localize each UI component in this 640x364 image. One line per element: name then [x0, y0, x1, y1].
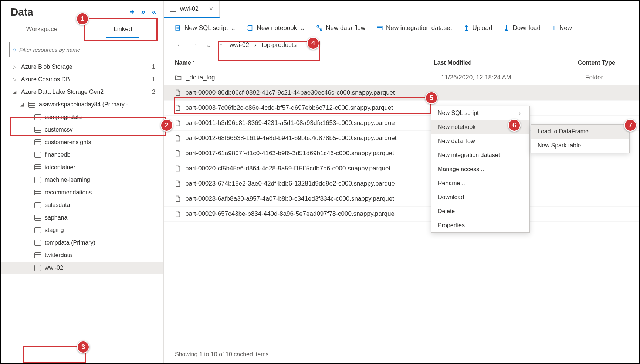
- upload-icon: ↥: [463, 24, 470, 33]
- menu-item[interactable]: Download: [431, 190, 529, 204]
- search-box[interactable]: ⌕: [9, 42, 155, 57]
- file-row[interactable]: part-00000-80db06cf-0892-41c7-9c21-44bae…: [164, 85, 639, 101]
- new-notebook-button[interactable]: New notebook ⌄: [247, 24, 305, 32]
- storage-icon: [34, 190, 41, 195]
- nav-forward-icon[interactable]: →: [190, 41, 199, 49]
- tree-item-label: wwi-02: [45, 265, 63, 271]
- submenu-item[interactable]: Load to DataFrame: [531, 125, 629, 139]
- tree-item-label: Azure Cosmos DB: [21, 76, 70, 83]
- tree-item[interactable]: staging: [1, 224, 163, 237]
- tree-item[interactable]: ◢Azure Data Lake Storage Gen22: [1, 86, 163, 98]
- upload-button[interactable]: ↥ Upload: [463, 24, 492, 33]
- tab-workspace[interactable]: Workspace: [1, 20, 82, 38]
- search-input[interactable]: [19, 47, 152, 53]
- menu-item[interactable]: Manage access...: [431, 162, 529, 176]
- tree-item[interactable]: recommendations: [1, 186, 163, 199]
- tree-item[interactable]: machine-learning: [1, 174, 163, 186]
- context-submenu[interactable]: Load to DataFrameNew Spark table: [531, 124, 630, 153]
- file-row[interactable]: part-00003-7c06fb2c-c86e-4cdd-bf57-d697e…: [164, 101, 639, 116]
- caret-icon: ◢: [13, 89, 17, 95]
- file-icon: [175, 150, 181, 157]
- file-row[interactable]: _delta_log11/26/2020, 12:18:24 AMFolder: [164, 70, 639, 85]
- menu-item[interactable]: Rename...: [431, 176, 529, 190]
- tab-linked[interactable]: Linked: [82, 20, 164, 38]
- menu-item[interactable]: Delete: [431, 204, 529, 218]
- status-footer: Showing 1 to 10 of 10 cached items: [164, 346, 639, 363]
- file-list: _delta_log11/26/2020, 12:18:24 AMFolderp…: [164, 70, 639, 346]
- breadcrumb-item[interactable]: top-products: [262, 41, 297, 49]
- collapse-panel-icon[interactable]: «: [152, 7, 156, 17]
- callout-2: 2: [160, 119, 173, 132]
- tree-item[interactable]: twitterdata: [1, 249, 163, 262]
- file-row[interactable]: part-00029-657c43be-b834-440d-8a96-5e7ea…: [164, 207, 639, 222]
- file-icon: [175, 120, 181, 126]
- storage-icon: [170, 6, 176, 12]
- file-icon: [175, 211, 181, 217]
- menu-item[interactable]: Properties...: [431, 218, 529, 232]
- storage-icon: [34, 164, 41, 170]
- tree-item[interactable]: customer-insights: [1, 136, 163, 149]
- svg-rect-3: [248, 29, 248, 30]
- tree-item[interactable]: campaigndata: [1, 111, 163, 123]
- file-row[interactable]: part-00028-6afb8a30-a957-4a07-b8b0-c341e…: [164, 191, 639, 207]
- nav-up-icon[interactable]: ↑: [218, 41, 224, 49]
- tree-item[interactable]: saphana: [1, 211, 163, 224]
- new-integration-dataset-button[interactable]: New integration dataset: [376, 24, 452, 32]
- document-tab-label: wwi-02: [180, 6, 199, 12]
- plus-icon[interactable]: +: [130, 7, 135, 17]
- menu-item-label: Manage access...: [438, 166, 484, 173]
- callout-7: 7: [624, 119, 637, 132]
- column-header-type[interactable]: Content Type: [578, 59, 615, 66]
- storage-icon: [34, 252, 41, 258]
- tree-item[interactable]: ▷Azure Blob Storage1: [1, 61, 163, 73]
- column-header-modified[interactable]: Last Modified: [434, 59, 578, 66]
- file-list-header: Name ˄ Last Modified Content Type: [164, 56, 639, 70]
- close-icon[interactable]: ✕: [209, 6, 213, 12]
- menu-item[interactable]: New data flow: [431, 134, 529, 148]
- breadcrumb-bar: ← → ⌄ ↑ wwi-02 › top-products: [164, 37, 639, 56]
- breadcrumb-separator: ›: [254, 41, 257, 49]
- expand-all-icon[interactable]: »: [141, 7, 145, 17]
- tree-item[interactable]: wwi-02: [1, 262, 163, 274]
- new-sql-script-button[interactable]: New SQL script ⌄: [175, 24, 236, 32]
- file-name: part-00020-cf5b45e6-d864-4e28-9a59-f15ff…: [185, 165, 390, 172]
- sort-asc-icon: ˄: [193, 61, 206, 66]
- tree-item[interactable]: customcsv: [1, 123, 163, 136]
- callout-4: 4: [307, 37, 319, 50]
- file-icon: [175, 135, 181, 142]
- tree-item-label: salesdata: [45, 202, 70, 208]
- sidebar-title: Data: [11, 6, 33, 18]
- column-header-name[interactable]: Name ˄: [175, 59, 434, 66]
- download-button[interactable]: ⤓ Download: [503, 24, 541, 33]
- folder-icon: [175, 75, 182, 81]
- document-tab-bar: wwi-02 ✕: [164, 1, 639, 18]
- caret-icon: ▷: [13, 77, 17, 82]
- breadcrumb: wwi-02 › top-products: [230, 41, 297, 49]
- new-dataflow-button[interactable]: New data flow: [316, 24, 365, 32]
- tree-item[interactable]: ◢asaworkspaceinaday84 (Primary - ...: [1, 98, 163, 111]
- nav-history-icon[interactable]: ⌄: [204, 41, 213, 49]
- menu-item[interactable]: New SQL script›: [431, 106, 529, 120]
- tree-item[interactable]: iotcontainer: [1, 161, 163, 174]
- file-name: part-00017-61a9807f-d1c0-4163-b9f6-3d51d…: [185, 150, 394, 157]
- callout-6: 6: [508, 119, 521, 132]
- tree-item[interactable]: salesdata: [1, 199, 163, 211]
- file-row[interactable]: part-00020-cf5b45e6-d864-4e28-9a59-f15ff…: [164, 161, 639, 176]
- breadcrumb-item[interactable]: wwi-02: [230, 41, 249, 49]
- file-row[interactable]: part-00023-674b18e2-3ae0-42df-bdb6-13281…: [164, 176, 639, 191]
- menu-item[interactable]: New integration dataset: [431, 148, 529, 162]
- nav-back-icon[interactable]: ←: [175, 41, 184, 49]
- new-button[interactable]: + New: [552, 23, 572, 33]
- file-name: part-00003-7c06fb2c-c86e-4cdd-bf57-d697e…: [185, 104, 393, 112]
- storage-icon: [34, 114, 41, 120]
- file-name: part-00029-657c43be-b834-440d-8a96-5e7ea…: [185, 210, 395, 218]
- tree-item[interactable]: tempdata (Primary): [1, 237, 163, 249]
- tree-item[interactable]: ▷Azure Cosmos DB1: [1, 73, 163, 86]
- tree-item[interactable]: financedb: [1, 149, 163, 161]
- document-tab[interactable]: wwi-02 ✕: [164, 1, 220, 18]
- submenu-item[interactable]: New Spark table: [531, 139, 629, 153]
- main-panel: wwi-02 ✕ New SQL script ⌄ New notebook ⌄…: [164, 1, 639, 363]
- storage-icon: [34, 215, 41, 221]
- tree-item-label: Azure Blob Storage: [21, 64, 72, 70]
- svg-rect-6: [377, 26, 382, 30]
